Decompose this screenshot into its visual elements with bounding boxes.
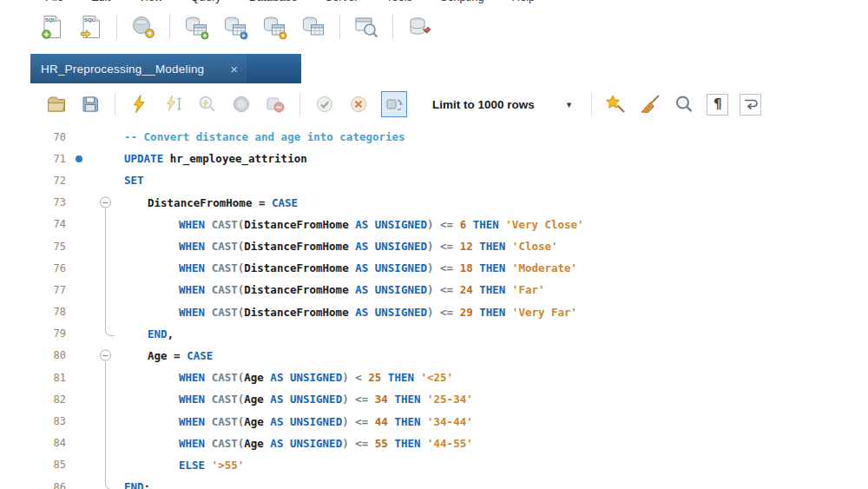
code-text: ELSE '>55' <box>123 459 244 472</box>
wrap-return-icon <box>742 96 760 113</box>
magnifier-icon <box>674 94 694 115</box>
code-line[interactable]: 71UPDATE hr_employee_attrition <box>0 148 868 169</box>
statement-dot-icon <box>76 155 82 162</box>
rollback-button[interactable] <box>347 93 370 116</box>
execute-current-button[interactable] <box>162 93 185 116</box>
gutter-marker-cell <box>66 388 92 410</box>
chevron-down-icon[interactable]: ▾ <box>567 99 572 110</box>
code-line[interactable]: 85ELSE '>55' <box>0 454 868 476</box>
code-text: UPDATE hr_employee_attrition <box>123 152 307 165</box>
open-sql-script-button[interactable]: SQL <box>76 12 105 42</box>
code-line[interactable]: 74WHEN CAST(DistanceFromHome AS UNSIGNED… <box>0 214 868 235</box>
code-line[interactable]: 83WHEN CAST(Age AS UNSIGNED) <= 44 THEN … <box>0 410 868 432</box>
code-line[interactable]: 81WHEN CAST(Age AS UNSIGNED) < 25 THEN '… <box>0 367 868 388</box>
new-procedure-button[interactable] <box>260 12 289 42</box>
main-toolbar: SQL SQL <box>36 10 434 43</box>
line-number: 71 <box>0 153 66 165</box>
code-line[interactable]: 70-- Convert distance and age into categ… <box>0 126 868 148</box>
explain-button[interactable] <box>196 93 219 116</box>
reconnect-dbms-button[interactable] <box>404 12 434 42</box>
code-text: WHEN CAST(Age AS UNSIGNED) <= 44 THEN '3… <box>123 415 473 428</box>
fold-gutter-cell <box>92 323 123 345</box>
gutter-marker-cell <box>66 367 92 388</box>
wrap-text-button[interactable] <box>740 94 761 116</box>
menu-help[interactable]: Help <box>512 0 536 3</box>
code-line[interactable]: 77WHEN CAST(DistanceFromHome AS UNSIGNED… <box>0 279 868 301</box>
toggle-autocommit-button[interactable] <box>381 91 407 117</box>
fold-gutter-cell <box>92 279 123 301</box>
code-line[interactable]: 84WHEN CAST(Age AS UNSIGNED) <= 55 THEN … <box>0 433 868 454</box>
line-number: 78 <box>0 306 66 318</box>
new-schema-button[interactable] <box>128 12 158 42</box>
toggle-stop-on-error-button[interactable] <box>264 93 286 116</box>
menu-database[interactable]: Database <box>249 0 298 3</box>
sql-editor[interactable]: 70-- Convert distance and age into categ… <box>0 124 868 489</box>
line-number: 86 <box>0 481 66 489</box>
fold-line <box>105 257 106 279</box>
find-button[interactable] <box>673 93 695 116</box>
gutter-marker-cell <box>66 279 92 301</box>
toolbar-separator <box>339 15 340 39</box>
new-view-button[interactable] <box>220 12 250 42</box>
fold-line <box>105 235 106 257</box>
gutter-marker-cell <box>66 323 92 345</box>
code-line[interactable]: 76WHEN CAST(DistanceFromHome AS UNSIGNED… <box>0 257 868 279</box>
invisible-chars-button[interactable]: ¶ <box>707 94 728 116</box>
folder-icon <box>46 94 67 115</box>
clean-button[interactable] <box>639 93 661 116</box>
line-number: 84 <box>0 437 66 449</box>
code-line[interactable]: 75WHEN CAST(DistanceFromHome AS UNSIGNED… <box>0 235 868 257</box>
fold-gutter-cell <box>92 126 123 148</box>
code-line[interactable]: 78WHEN CAST(DistanceFromHome AS UNSIGNED… <box>0 301 868 323</box>
menu-view[interactable]: View <box>138 0 162 3</box>
fold-gutter-cell: − <box>92 192 123 214</box>
code-line[interactable]: 86END; <box>0 476 868 489</box>
code-line[interactable]: 80−Age = CASE <box>0 345 868 367</box>
save-script-button[interactable] <box>79 93 102 116</box>
limit-rows-dropdown[interactable]: Limit to 1000 rows <box>432 98 535 111</box>
gutter-marker-cell <box>66 126 92 148</box>
code-text: WHEN CAST(Age AS UNSIGNED) <= 55 THEN '4… <box>123 437 473 450</box>
search-window-icon <box>353 14 379 40</box>
fold-line <box>105 388 106 410</box>
fold-line <box>105 454 106 476</box>
beautify-button[interactable] <box>605 93 628 116</box>
table-cylinder-plus-icon <box>183 14 209 40</box>
code-line[interactable]: 73−DistanceFromHome = CASE <box>0 192 868 214</box>
fold-gutter-cell <box>92 148 123 169</box>
fold-gutter-cell <box>92 454 123 476</box>
menu-server[interactable]: Server <box>325 0 358 3</box>
stop-button[interactable] <box>230 93 253 116</box>
commit-button[interactable] <box>313 93 336 116</box>
toolbar-separator <box>115 93 115 116</box>
search-table-data-button[interactable] <box>352 12 381 42</box>
tab-hr-preprocessing-modeling[interactable]: HR_Preprocessing__Modeling × <box>30 54 247 83</box>
code-line[interactable]: 72SET <box>0 169 868 191</box>
fold-toggle-icon[interactable]: − <box>100 350 111 361</box>
check-circle-icon <box>314 94 335 115</box>
gutter-marker-cell <box>66 192 92 214</box>
code-text: WHEN CAST(DistanceFromHome AS UNSIGNED) … <box>123 306 577 319</box>
menu-edit[interactable]: Edit <box>91 0 110 3</box>
gutter-marker-cell <box>66 214 92 235</box>
line-number: 73 <box>0 196 66 208</box>
menu-file[interactable]: File <box>45 0 63 3</box>
menu-query[interactable]: Query <box>190 0 220 3</box>
new-sql-tab-button[interactable]: SQL <box>36 12 66 42</box>
fold-toggle-icon[interactable]: − <box>100 197 111 208</box>
code-line[interactable]: 79END, <box>0 323 868 345</box>
gutter-marker-cell <box>66 410 92 432</box>
menu-tools[interactable]: Tools <box>386 0 412 3</box>
tab-close-icon[interactable]: × <box>230 63 238 76</box>
new-function-button[interactable] <box>299 12 328 42</box>
gutter-marker-cell <box>66 454 92 476</box>
execute-button[interactable] <box>128 93 151 116</box>
fold-line <box>105 279 106 301</box>
open-script-button[interactable] <box>45 93 68 116</box>
code-line[interactable]: 82WHEN CAST(Age AS UNSIGNED) <= 34 THEN … <box>0 388 868 410</box>
gutter-marker-cell <box>66 345 92 367</box>
new-table-button[interactable] <box>181 12 211 42</box>
code-text: END, <box>123 327 174 340</box>
schema-sphere-plus-icon <box>130 14 156 40</box>
menu-scripting[interactable]: Scripting <box>440 0 484 3</box>
